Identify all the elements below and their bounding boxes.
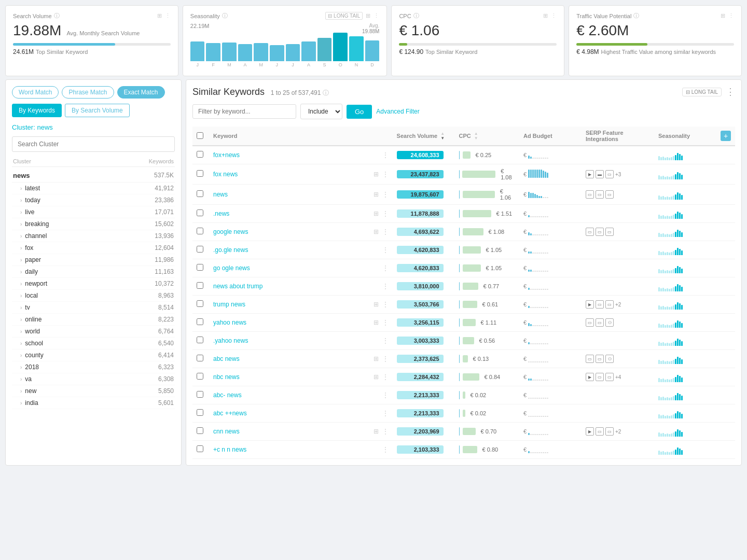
keyword-link[interactable]: fox+news [213, 151, 240, 159]
select-all-checkbox[interactable] [197, 132, 203, 139]
list-item[interactable]: ›tv 8,514 [12, 302, 175, 314]
keyword-link[interactable]: google news [213, 228, 248, 235]
list-item[interactable]: ›breaking 15,602 [12, 218, 175, 230]
go-button[interactable]: Go [347, 105, 372, 119]
info-icon-similar[interactable]: ⓘ [323, 89, 329, 96]
list-item[interactable]: ›va 6,308 [12, 373, 175, 385]
menu-icon-tv[interactable]: ⋮ [728, 12, 734, 19]
info-icon-season[interactable]: ⓘ [222, 12, 228, 20]
list-item[interactable]: ›paper 11,986 [12, 254, 175, 266]
row-checkbox[interactable] [197, 337, 203, 343]
row-checkbox[interactable] [197, 318, 203, 325]
row-menu-icon[interactable]: ⋮ [382, 410, 389, 417]
row-menu-icon[interactable]: ⋮ [382, 391, 389, 399]
copy-icon[interactable]: ⊞ [374, 191, 379, 198]
table-icon-tv[interactable]: ⊞ [721, 12, 725, 19]
row-checkbox[interactable] [197, 246, 203, 253]
ad-budget-col-header[interactable]: Ad Budget [519, 127, 582, 146]
copy-icon[interactable]: ⊞ [374, 373, 379, 381]
row-checkbox[interactable] [197, 391, 203, 398]
row-checkbox[interactable] [197, 228, 203, 234]
table-icon-cpc[interactable]: ⊞ [543, 12, 548, 19]
list-item[interactable]: ›new 5,850 [12, 385, 175, 397]
keyword-link[interactable]: +c n n news [213, 446, 246, 453]
row-checkbox[interactable] [197, 190, 203, 197]
keyword-link[interactable]: .news [213, 210, 229, 217]
list-item[interactable]: ›live 17,071 [12, 206, 175, 218]
info-icon-cpc[interactable]: ⓘ [413, 12, 419, 20]
row-menu-icon[interactable]: ⋮ [382, 171, 389, 178]
row-menu-icon[interactable]: ⋮ [382, 373, 389, 381]
menu-icon-season[interactable]: ⋮ [374, 12, 379, 19]
row-menu-icon[interactable]: ⋮ [382, 228, 389, 235]
info-icon-tv[interactable]: ⓘ [633, 12, 639, 20]
table-icon-season[interactable]: ⊞ [366, 12, 370, 19]
list-item[interactable]: ›world 6,764 [12, 326, 175, 338]
search-volume-col-header[interactable]: Search Volume ▲ ▼ [393, 127, 455, 146]
list-item[interactable]: ›channel 13,936 [12, 230, 175, 242]
copy-icon[interactable]: ⊞ [374, 171, 379, 178]
row-menu-icon[interactable]: ⋮ [382, 428, 389, 435]
copy-icon[interactable]: ⊞ [374, 228, 379, 235]
row-menu-icon[interactable]: ⋮ [382, 301, 389, 308]
cluster-root-item[interactable]: news 537.5K [12, 169, 175, 183]
menu-icon-cpc[interactable]: ⋮ [551, 12, 557, 19]
list-item[interactable]: ›latest 41,912 [12, 183, 175, 194]
keyword-link[interactable]: nbc news [213, 373, 240, 381]
by-keywords-button[interactable]: By Keywords [12, 104, 62, 117]
row-menu-icon[interactable]: ⋮ [382, 246, 389, 254]
seasonality-col-header[interactable]: Seasonality [654, 127, 716, 146]
cluster-name-value[interactable]: news [37, 123, 52, 131]
keyword-link[interactable]: news [213, 191, 228, 198]
row-menu-icon[interactable]: ⋮ [382, 446, 389, 453]
keyword-link[interactable]: go ogle news [213, 264, 250, 272]
advanced-filter-link[interactable]: Advanced Filter [376, 108, 419, 115]
row-menu-icon[interactable]: ⋮ [382, 337, 389, 344]
row-checkbox[interactable] [197, 409, 203, 416]
list-item[interactable]: ›fox 12,604 [12, 242, 175, 254]
menu-icon[interactable]: ⋮ [165, 12, 171, 19]
cpc-col-header[interactable]: CPC ▲ ▼ [455, 127, 519, 146]
keyword-link[interactable]: cnn news [213, 428, 240, 435]
info-icon[interactable]: ⓘ [54, 12, 60, 20]
list-item[interactable]: ›2018 6,323 [12, 361, 175, 373]
keyword-link[interactable]: yahoo news [213, 319, 246, 326]
row-checkbox[interactable] [197, 300, 203, 307]
list-item[interactable]: ›county 6,414 [12, 349, 175, 361]
list-item[interactable]: ›local 8,963 [12, 290, 175, 302]
copy-icon[interactable]: ⊞ [374, 355, 379, 362]
word-match-button[interactable]: Word Match [12, 86, 59, 99]
row-menu-icon[interactable]: ⋮ [382, 151, 389, 159]
serp-col-header[interactable]: SERP Feature Integrations [582, 127, 654, 146]
by-search-volume-button[interactable]: By Search Volume [65, 104, 130, 117]
row-checkbox[interactable] [197, 209, 203, 216]
keyword-col-header[interactable]: Keyword [209, 127, 393, 146]
row-menu-icon[interactable]: ⋮ [382, 319, 389, 326]
keyword-link[interactable]: .go.gle news [213, 246, 248, 254]
row-menu-icon[interactable]: ⋮ [382, 264, 389, 272]
exact-match-button[interactable]: Exact Match [117, 86, 165, 99]
keyword-link[interactable]: trump news [213, 301, 245, 308]
list-item[interactable]: ›school 6,540 [12, 338, 175, 349]
row-checkbox[interactable] [197, 427, 203, 434]
copy-icon[interactable]: ⊞ [374, 428, 379, 435]
row-checkbox[interactable] [197, 373, 203, 380]
list-item[interactable]: ›today 23,386 [12, 194, 175, 206]
list-item[interactable]: ›india 5,601 [12, 397, 175, 409]
row-menu-icon[interactable]: ⋮ [382, 210, 389, 217]
keyword-link[interactable]: abc ++news [213, 410, 247, 417]
list-item[interactable]: ›online 8,223 [12, 314, 175, 326]
copy-icon[interactable]: ⊞ [374, 210, 379, 217]
row-checkbox[interactable] [197, 264, 203, 271]
row-menu-icon[interactable]: ⋮ [382, 283, 389, 290]
keyword-link[interactable]: news about trump [213, 283, 262, 290]
row-checkbox[interactable] [197, 170, 203, 177]
table-icon[interactable]: ⊞ [157, 12, 162, 19]
row-menu-icon[interactable]: ⋮ [382, 191, 389, 198]
row-menu-icon[interactable]: ⋮ [382, 355, 389, 362]
copy-icon[interactable]: ⊞ [374, 301, 379, 308]
keyword-link[interactable]: fox news [213, 171, 238, 178]
row-checkbox[interactable] [197, 282, 203, 289]
search-cluster-input[interactable] [12, 136, 175, 152]
keyword-link[interactable]: .yahoo news [213, 337, 248, 344]
